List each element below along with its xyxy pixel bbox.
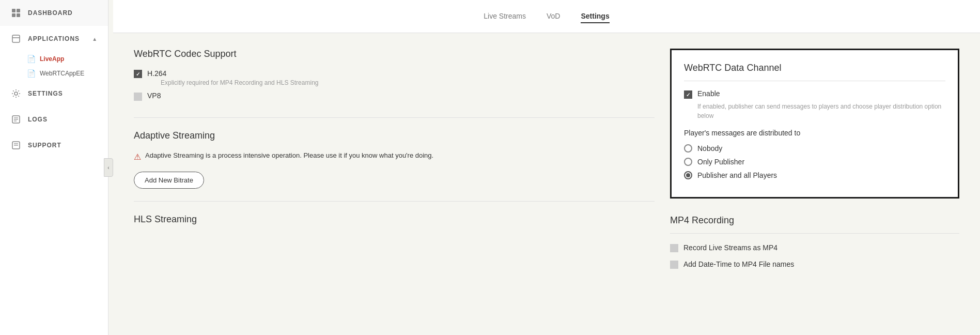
svg-rect-1 <box>17 9 20 12</box>
nobody-label: Nobody <box>697 144 722 153</box>
svg-rect-3 <box>17 13 20 17</box>
tab-settings[interactable]: Settings <box>581 10 609 23</box>
add-datetime-row: Add Date-Time to MP4 File names <box>670 260 959 269</box>
enable-label[interactable]: Enable <box>697 89 720 98</box>
collapse-icon: ▲ <box>92 36 98 42</box>
main-content: Live Streams VoD Settings WebRTC Codec S… <box>113 0 980 335</box>
hls-streaming-section: HLS Streaming <box>134 214 655 247</box>
applications-label: APPLICATIONS <box>28 35 80 42</box>
h264-row: H.264 Explicitly required for MP4 Record… <box>134 69 655 86</box>
nobody-radio[interactable] <box>684 144 692 153</box>
sidebar: DASHBOARD APPLICATIONS ▲ 📄 LiveApp 📄 Web… <box>0 0 108 335</box>
logs-label: LOGS <box>28 116 48 123</box>
radio-only-publisher[interactable]: Only Publisher <box>684 158 945 166</box>
vp8-row: VP8 <box>134 92 655 101</box>
top-nav: Live Streams VoD Settings <box>113 0 980 33</box>
add-bitrate-button[interactable]: Add New Bitrate <box>134 172 204 189</box>
sidebar-item-support[interactable]: SUPPORT <box>0 132 108 158</box>
support-icon <box>10 140 22 151</box>
mp4-recording-section: MP4 Recording Record Live Streams as MP4… <box>670 211 959 276</box>
sidebar-item-settings[interactable]: SETTINGS <box>0 81 108 106</box>
add-datetime-label: Add Date-Time to MP4 File names <box>683 260 794 268</box>
svg-rect-4 <box>12 35 20 42</box>
webrtc-codec-title: WebRTC Codec Support <box>134 49 655 59</box>
sidebar-item-liveapp[interactable]: 📄 LiveApp <box>0 52 108 66</box>
record-live-label: Record Live Streams as MP4 <box>683 243 777 252</box>
webrtc-codec-section: WebRTC Codec Support H.264 Explicitly re… <box>134 49 655 118</box>
applications-icon <box>10 33 22 44</box>
tab-live-streams[interactable]: Live Streams <box>484 10 526 23</box>
adaptive-streaming-title: Adaptive Streaming <box>134 130 655 141</box>
sidebar-item-webrtcappee[interactable]: 📄 WebRTCAppEE <box>0 66 108 81</box>
h264-label[interactable]: H.264 <box>147 69 166 78</box>
publisher-all-radio[interactable] <box>684 171 692 179</box>
radio-publisher-all[interactable]: Publisher and all Players <box>684 171 945 179</box>
record-live-row: Record Live Streams as MP4 <box>670 243 959 252</box>
enable-checkbox[interactable] <box>684 90 692 99</box>
svg-point-6 <box>14 92 18 95</box>
hls-streaming-title: HLS Streaming <box>134 214 655 225</box>
sidebar-item-logs[interactable]: LOGS <box>0 106 108 132</box>
vp8-label[interactable]: VP8 <box>147 92 161 100</box>
tab-vod[interactable]: VoD <box>547 10 560 23</box>
webrtc-data-channel-box: WebRTC Data Channel Enable If enabled, p… <box>670 49 959 199</box>
distribution-label: Player's messages are distributed to <box>684 129 945 137</box>
adaptive-warning-row: ⚠ Adaptive Streaming is a process intens… <box>134 150 655 163</box>
liveapp-file-icon: 📄 <box>27 55 36 63</box>
only-publisher-radio[interactable] <box>684 158 692 166</box>
sidebar-toggle[interactable]: ‹ <box>104 158 113 177</box>
radio-nobody[interactable]: Nobody <box>684 144 945 153</box>
record-live-checkbox[interactable] <box>670 244 678 252</box>
warning-icon: ⚠ <box>134 151 141 163</box>
only-publisher-label: Only Publisher <box>697 158 744 166</box>
h264-desc: Explicitly required for MP4 Recording an… <box>161 79 318 86</box>
mp4-title: MP4 Recording <box>670 215 959 234</box>
vp8-checkbox[interactable] <box>134 93 142 101</box>
settings-icon <box>10 88 22 99</box>
adaptive-streaming-section: Adaptive Streaming ⚠ Adaptive Streaming … <box>134 130 655 202</box>
dashboard-icon <box>10 7 22 19</box>
left-panel: WebRTC Codec Support H.264 Explicitly re… <box>134 49 655 319</box>
logs-icon <box>10 114 22 125</box>
content-area: WebRTC Codec Support H.264 Explicitly re… <box>113 33 980 335</box>
webrtcappee-file-icon: 📄 <box>27 69 36 78</box>
settings-label: SETTINGS <box>28 90 63 97</box>
enable-desc: If enabled, publisher can send messages … <box>697 102 945 120</box>
add-datetime-checkbox[interactable] <box>670 261 678 269</box>
data-channel-title: WebRTC Data Channel <box>684 63 945 81</box>
support-label: SUPPORT <box>28 142 61 149</box>
dashboard-label: DASHBOARD <box>28 9 73 17</box>
sidebar-item-dashboard[interactable]: DASHBOARD <box>0 0 108 26</box>
enable-row: Enable <box>684 89 945 99</box>
adaptive-warning-text: Adaptive Streaming is a process intensiv… <box>145 150 433 161</box>
svg-rect-0 <box>12 9 15 12</box>
h264-checkbox[interactable] <box>134 70 142 78</box>
sidebar-item-applications[interactable]: APPLICATIONS ▲ <box>0 26 108 52</box>
right-panel: WebRTC Data Channel Enable If enabled, p… <box>670 49 959 319</box>
publisher-all-label: Publisher and all Players <box>697 171 777 179</box>
svg-rect-2 <box>12 13 15 17</box>
